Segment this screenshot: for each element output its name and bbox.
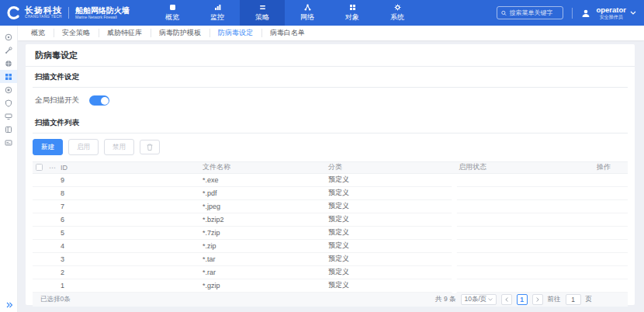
- scan-list-section-title: 扫描文件列表: [33, 113, 628, 133]
- column-settings-icon[interactable]: ⋯: [45, 164, 61, 172]
- brand-name-en: CHANGYANG TECH: [25, 15, 62, 19]
- nav-item-network[interactable]: 网络: [285, 0, 330, 26]
- goto-page-input[interactable]: [566, 294, 581, 305]
- chevron-down-icon: [488, 298, 493, 301]
- tools-icon[interactable]: [0, 43, 17, 57]
- user-name: operator: [596, 6, 626, 14]
- goto-label: 前往: [548, 295, 561, 304]
- global-scan-label: 全局扫描开关: [35, 95, 80, 106]
- global-scan-row: 全局扫描开关: [26, 88, 635, 113]
- next-page-button[interactable]: [532, 294, 543, 305]
- trash-icon: [147, 144, 153, 151]
- scan-file-table: ⋯ ID 文件名称 分类 启用状态 操作 9 *.exe 预定义 8 *.pdf…: [33, 161, 628, 307]
- page-number-button[interactable]: 1: [517, 294, 528, 305]
- objects-grid-icon: [349, 4, 356, 11]
- row-filename: *.jpeg: [203, 203, 328, 210]
- table-header-row: ⋯ ID 文件名称 分类 启用状态 操作: [33, 161, 628, 174]
- nav-item-policy[interactable]: 策略: [240, 0, 285, 26]
- policy-list-icon: [259, 4, 266, 11]
- tab-security-policy[interactable]: 安全策略: [54, 26, 99, 40]
- system-gear-icon: [394, 4, 401, 11]
- disable-button[interactable]: 禁用: [104, 139, 134, 155]
- col-id: ID: [61, 164, 203, 172]
- row-category: 预定义: [328, 227, 459, 237]
- table-row: 6 *.bzip2 预定义: [33, 213, 628, 227]
- globe-icon[interactable]: [0, 57, 17, 70]
- table-row: 5 *.7zip 预定义: [33, 227, 628, 240]
- row-category: 预定义: [328, 214, 459, 224]
- app-window: 长扬科技 CHANGYANG TECH 船舶网络防火墙 Marine Netwo…: [0, 0, 644, 312]
- page-size-select[interactable]: 10条/页: [461, 294, 497, 305]
- row-filename: *.tar: [203, 255, 328, 263]
- select-all-checkbox[interactable]: [36, 164, 43, 171]
- page-title: 防病毒设定: [26, 44, 635, 67]
- header-divider: [572, 8, 573, 19]
- row-category: 预定义: [328, 267, 459, 277]
- apps-grid-icon[interactable]: [0, 70, 17, 83]
- new-button[interactable]: 新建: [33, 139, 63, 155]
- row-id: 5: [61, 229, 203, 237]
- nav-label: 策略: [255, 12, 269, 23]
- tab-overview[interactable]: 概览: [23, 26, 54, 40]
- shield-icon[interactable]: [0, 96, 17, 109]
- brand-area: 长扬科技 CHANGYANG TECH 船舶网络防火墙 Marine Netwo…: [0, 5, 130, 20]
- nav-item-objects[interactable]: 对象: [330, 0, 375, 26]
- col-action: 操作: [597, 162, 628, 172]
- tab-antivirus-settings[interactable]: 防病毒设定: [209, 26, 261, 40]
- nav-item-monitor[interactable]: 监控: [195, 0, 240, 26]
- total-count: 共 9 条: [435, 295, 455, 304]
- nav-label: 对象: [345, 12, 359, 23]
- tab-threat-signatures[interactable]: 威胁特征库: [99, 26, 151, 40]
- license-icon[interactable]: [0, 136, 17, 149]
- nav-label: 监控: [210, 12, 224, 23]
- icon-sidebar: [0, 26, 18, 312]
- nav-item-system[interactable]: 系统: [375, 0, 420, 26]
- row-filename: *.rar: [203, 269, 328, 276]
- main-panel: 防病毒设定 扫描文件设定 全局扫描开关 扫描文件列表 新建 启用 禁用 ⋯ ID…: [26, 44, 635, 305]
- global-scan-toggle[interactable]: [89, 95, 109, 106]
- row-category: 预定义: [328, 280, 459, 290]
- chevron-right-icon: [536, 297, 539, 302]
- table-row: 2 *.rar 预定义: [33, 266, 628, 279]
- host-icon[interactable]: [0, 109, 17, 123]
- radar-icon[interactable]: [0, 30, 17, 43]
- user-role: 安全操作员: [596, 14, 626, 20]
- goto-unit: 页: [586, 295, 593, 304]
- row-filename: *.exe: [203, 176, 328, 184]
- user-menu[interactable]: operator 安全操作员: [596, 6, 626, 20]
- top-nav: 概览 监控 策略 网络: [150, 0, 420, 26]
- overview-icon: [169, 4, 176, 11]
- row-category: 预定义: [328, 175, 459, 185]
- search-input[interactable]: [509, 9, 559, 16]
- row-id: 9: [61, 176, 203, 184]
- delete-button[interactable]: [140, 140, 160, 154]
- sub-tab-bar: 概览 安全策略 威胁特征库 病毒防护模板 防病毒设定 病毒白名单: [18, 26, 644, 40]
- target-icon[interactable]: [0, 83, 17, 96]
- menu-search[interactable]: [497, 6, 563, 19]
- row-id: 1: [61, 282, 203, 289]
- chevron-down-icon[interactable]: [630, 11, 636, 15]
- chevron-left-icon: [505, 297, 508, 302]
- library-icon[interactable]: [0, 123, 17, 136]
- col-status: 启用状态: [459, 162, 597, 172]
- page-size-value: 10条/页: [465, 295, 487, 304]
- table-row: 1 *.gzip 预定义: [33, 279, 628, 293]
- row-category: 预定义: [328, 201, 459, 211]
- table-row: 9 *.exe 预定义: [33, 174, 628, 187]
- enable-button[interactable]: 启用: [68, 139, 99, 155]
- nav-item-overview[interactable]: 概览: [150, 0, 195, 26]
- prev-page-button[interactable]: [501, 294, 512, 305]
- user-avatar-icon[interactable]: [581, 9, 590, 18]
- monitor-chart-icon: [214, 4, 221, 11]
- tab-virus-protect-template[interactable]: 病毒防护模板: [151, 26, 209, 40]
- selected-count: 已选择0条: [40, 295, 71, 304]
- col-filename: 文件名称: [203, 162, 328, 172]
- tab-virus-whitelist[interactable]: 病毒白名单: [261, 26, 313, 40]
- table-row: 8 *.pdf 预定义: [33, 187, 628, 200]
- row-filename: *.7zip: [203, 229, 328, 237]
- row-id: 2: [61, 269, 203, 276]
- row-category: 预定义: [328, 254, 459, 264]
- brand-logo-icon: [6, 5, 21, 20]
- collapse-double-arrow-icon[interactable]: [0, 302, 18, 308]
- app-header: 长扬科技 CHANGYANG TECH 船舶网络防火墙 Marine Netwo…: [0, 0, 644, 26]
